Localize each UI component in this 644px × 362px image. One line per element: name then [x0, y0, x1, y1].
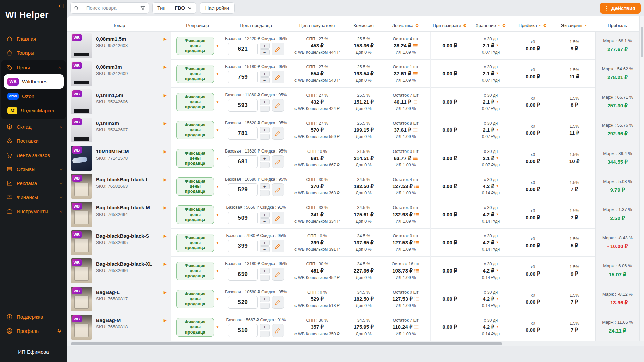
repricer-mode-button[interactable]: Фиксация цены продавца — [176, 290, 214, 308]
seller-price-input[interactable] — [228, 127, 258, 140]
expand-row-icon[interactable]: ▶ — [164, 121, 167, 126]
seller-price-input[interactable] — [228, 212, 258, 224]
vertical-scrollbar-thumb[interactable] — [641, 27, 643, 57]
chevron-up-icon[interactable]: △ — [58, 66, 61, 69]
price-decrease-button[interactable]: − — [260, 246, 270, 252]
edit-price-button[interactable] — [272, 43, 284, 55]
col-header-profit[interactable]: Прибыль — [595, 23, 639, 31]
storage-value-dropdown-icon[interactable]: ▼ — [496, 184, 499, 189]
edit-price-button[interactable] — [272, 268, 284, 281]
settings-button[interactable]: Настройки — [200, 2, 235, 14]
price-increase-button[interactable]: + — [260, 43, 270, 49]
repricer-dropdown-icon[interactable]: ▼ — [216, 185, 219, 188]
storage-value-dropdown-icon[interactable]: ▼ — [496, 128, 499, 132]
col-header-commission[interactable]: Комиссия — [346, 23, 381, 31]
sidebar-item-ads[interactable]: Реклама ▽ — [0, 176, 67, 190]
repricer-mode-button[interactable]: Фиксация цены продавца — [176, 37, 214, 55]
repricer-dropdown-icon[interactable]: ▼ — [216, 241, 219, 245]
storage-value-dropdown-icon[interactable]: ▼ — [496, 240, 499, 245]
logistics-details-list-icon[interactable] — [414, 184, 419, 188]
chevron-down-icon[interactable]: ▽ — [60, 125, 62, 129]
col-header-product[interactable]: Товар — [67, 23, 171, 31]
sidebar-item-reviews[interactable]: Отзывы ▽ — [0, 162, 67, 176]
repricer-dropdown-icon[interactable]: ▼ — [216, 325, 219, 329]
price-increase-button[interactable]: + — [260, 296, 270, 302]
sidebar-item-warehouse[interactable]: Склад ▽ — [0, 120, 67, 134]
sidebar-item-home[interactable]: Главная — [0, 32, 67, 46]
price-decrease-button[interactable]: − — [260, 162, 270, 168]
storage-settings-gear-icon[interactable]: ⚙ — [502, 23, 506, 28]
expand-row-icon[interactable]: ▶ — [164, 149, 167, 154]
price-decrease-button[interactable]: − — [260, 331, 270, 337]
sidebar-item-orders-feed[interactable]: Лента заказов — [0, 148, 67, 162]
sidebar-item-prices[interactable]: Цены △ — [1, 60, 66, 74]
logistics-details-list-icon[interactable] — [414, 297, 419, 301]
edit-price-button[interactable] — [272, 240, 284, 252]
col-header-returns[interactable]: При возврате⚙ — [430, 23, 469, 31]
col-header-acceptance[interactable]: Приёмка▼⚙ — [513, 23, 553, 31]
repricer-dropdown-icon[interactable]: ▼ — [216, 269, 219, 273]
seller-price-input[interactable] — [228, 240, 258, 252]
product-cell[interactable]: WB Bag-blackBag-black-L ▶ SKU: 76582663 — [67, 172, 171, 200]
actions-button[interactable]: ⋮ Действия — [600, 3, 641, 14]
chevron-down-icon[interactable]: ▽ — [60, 181, 62, 185]
sidebar-item-profile[interactable]: Профиль — [0, 324, 67, 338]
price-increase-button[interactable]: + — [260, 183, 270, 189]
repricer-mode-button[interactable]: Фиксация цены продавца — [176, 121, 214, 139]
sidebar-item-ozon[interactable]: OZON Ozon — [4, 89, 64, 103]
col-header-acquiring[interactable]: Эквайринг▼ — [553, 23, 595, 31]
seller-price-input[interactable] — [228, 268, 258, 281]
chevron-down-icon[interactable]: ▽ — [60, 195, 62, 199]
price-increase-button[interactable]: + — [260, 99, 270, 105]
logistics-settings-gear-icon[interactable]: ⚙ — [415, 23, 419, 28]
col-header-seller-price[interactable]: Цена продавца — [224, 23, 288, 31]
repricer-dropdown-icon[interactable]: ▼ — [216, 44, 219, 48]
expand-row-icon[interactable]: ▶ — [164, 234, 167, 238]
edit-price-button[interactable] — [272, 99, 284, 112]
repricer-mode-button[interactable]: Фиксация цены продавца — [176, 205, 214, 224]
edit-price-button[interactable] — [272, 127, 284, 140]
notifications-bell-icon[interactable] — [56, 327, 62, 335]
chevron-down-icon[interactable]: ▽ — [60, 167, 62, 171]
product-cell[interactable]: WB 0,1mm1,5m ▶ SKU: 95242606 — [67, 88, 171, 116]
logistics-details-list-icon[interactable] — [414, 269, 419, 273]
returns-settings-gear-icon[interactable]: ⚙ — [463, 23, 467, 28]
logistics-details-list-icon[interactable] — [414, 325, 419, 329]
price-decrease-button[interactable]: − — [260, 134, 270, 140]
edit-price-button[interactable] — [272, 71, 284, 83]
chevron-down-icon[interactable]: ▽ — [60, 209, 62, 213]
edit-price-button[interactable] — [272, 212, 284, 224]
repricer-dropdown-icon[interactable]: ▼ — [216, 72, 219, 76]
repricer-mode-button[interactable]: Фиксация цены продавца — [176, 177, 214, 196]
expand-row-icon[interactable]: ▶ — [164, 290, 167, 295]
storage-value-dropdown-icon[interactable]: ▼ — [496, 71, 499, 76]
seller-price-input[interactable] — [228, 99, 258, 112]
price-increase-button[interactable]: + — [260, 127, 270, 133]
storage-value-dropdown-icon[interactable]: ▼ — [496, 268, 499, 273]
edit-price-button[interactable] — [272, 155, 284, 168]
sidebar-item-products[interactable]: Товары — [0, 46, 67, 60]
seller-price-input[interactable] — [228, 324, 258, 337]
expand-row-icon[interactable]: ▶ — [164, 318, 167, 323]
storage-dropdown-icon[interactable]: ▼ — [498, 24, 500, 27]
collapse-sidebar-icon[interactable] — [58, 3, 64, 10]
col-header-storage[interactable]: Хранение▼⚙ — [469, 23, 513, 31]
acquiring-dropdown-icon[interactable]: ▼ — [585, 24, 587, 27]
expand-row-icon[interactable]: ▶ — [164, 65, 167, 69]
repricer-mode-button[interactable]: Фиксация цены продавца — [176, 149, 214, 168]
edit-price-button[interactable] — [272, 183, 284, 196]
storage-value-dropdown-icon[interactable]: ▼ — [496, 100, 499, 104]
repricer-mode-button[interactable]: Фиксация цены продавца — [176, 318, 214, 337]
price-decrease-button[interactable]: − — [260, 218, 270, 224]
vertical-scrollbar[interactable] — [639, 16, 644, 341]
seller-price-input[interactable] — [228, 183, 258, 196]
logistics-details-list-icon[interactable] — [413, 72, 418, 76]
repricer-dropdown-icon[interactable]: ▼ — [216, 128, 219, 132]
product-cell[interactable]: WB BagBag-M ▶ SKU: 76580818 — [67, 313, 171, 341]
product-cell[interactable]: WB 0,08mm1,5m ▶ SKU: 95242608 — [67, 32, 171, 60]
logistics-details-list-icon[interactable] — [413, 156, 418, 160]
storage-value-dropdown-icon[interactable]: ▼ — [496, 325, 499, 329]
col-header-repricer[interactable]: Репрайсер — [171, 23, 224, 31]
expand-row-icon[interactable]: ▶ — [164, 37, 167, 41]
seller-price-input[interactable] — [228, 155, 258, 168]
